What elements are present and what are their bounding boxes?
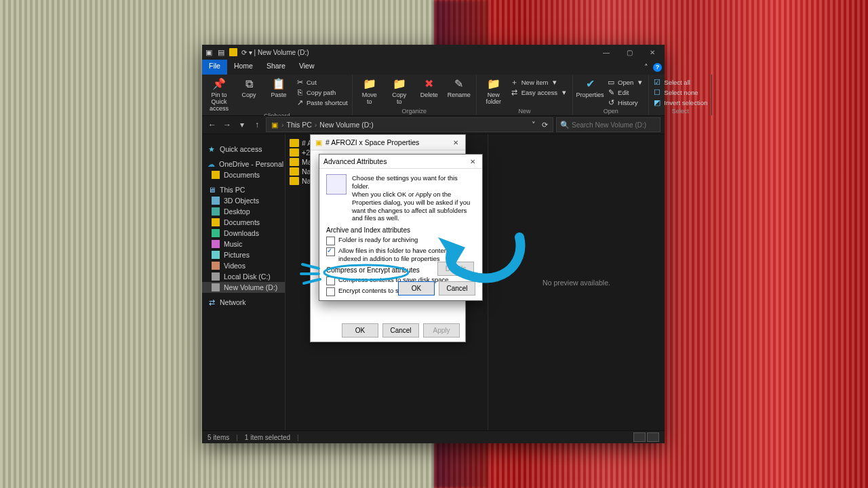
sidebar-item[interactable]: Videos bbox=[202, 260, 285, 271]
window-title: ⟳ ▾ | New Volume (D:) bbox=[241, 49, 593, 56]
ribbon-collapse-icon[interactable]: ˄ bbox=[641, 62, 652, 73]
sidebar-item-current[interactable]: New Volume (D:) bbox=[202, 282, 285, 293]
adv-ok-button[interactable]: OK bbox=[398, 281, 435, 296]
tab-share[interactable]: Share bbox=[260, 60, 292, 75]
properties-button[interactable]: ✔Properties bbox=[576, 76, 604, 99]
drive-icon bbox=[212, 283, 220, 291]
sidebar-thispc[interactable]: 🖥This PC bbox=[202, 184, 285, 195]
sidebar-item-documents[interactable]: Documents bbox=[202, 169, 285, 180]
checkbox-archive[interactable]: Folder is ready for archiving bbox=[326, 236, 475, 245]
tab-home[interactable]: Home bbox=[227, 60, 260, 75]
refresh-icon[interactable]: ⟳ bbox=[540, 121, 549, 129]
move-to-button[interactable]: 📁Move to bbox=[355, 76, 384, 106]
maximize-button[interactable]: ▢ bbox=[620, 46, 639, 58]
adv-cancel-button[interactable]: Cancel bbox=[439, 281, 475, 296]
selectnone-icon: ☐ bbox=[653, 88, 661, 96]
invert-selection-button[interactable]: ◩Invert selection bbox=[652, 98, 709, 107]
back-button[interactable]: ← bbox=[206, 119, 218, 131]
search-placeholder: Search New Volume (D:) bbox=[572, 121, 646, 129]
tab-view[interactable]: View bbox=[292, 60, 321, 75]
crumb-volume[interactable]: New Volume (D:) bbox=[319, 121, 373, 129]
paste-button[interactable]: 📋Paste bbox=[264, 76, 293, 99]
copy-path-button[interactable]: ⎘Copy path bbox=[294, 87, 349, 97]
folder-icon bbox=[290, 167, 299, 176]
rename-button[interactable]: ✎Rename bbox=[445, 76, 473, 99]
edit-icon: ✎ bbox=[607, 88, 615, 96]
drive-icon bbox=[212, 272, 220, 281]
videos-icon bbox=[212, 262, 220, 270]
group-open-label: Open bbox=[604, 108, 618, 115]
select-none-button[interactable]: ☐Select none bbox=[652, 87, 709, 97]
properties-title: # AFROZI x Space Properties bbox=[326, 138, 448, 146]
selectall-icon: ☑ bbox=[653, 78, 661, 86]
up-button[interactable]: ↑ bbox=[251, 119, 263, 131]
pin-icon: 📌 bbox=[212, 77, 226, 91]
checkbox-icon bbox=[326, 277, 335, 285]
invert-icon: ◩ bbox=[653, 98, 661, 106]
sidebar-onedrive[interactable]: ☁OneDrive - Personal bbox=[202, 159, 285, 169]
new-folder-button[interactable]: 📁New folder bbox=[479, 76, 508, 106]
sidebar-item[interactable]: Downloads bbox=[202, 228, 285, 239]
search-input[interactable]: 🔍 Search New Volume (D:) bbox=[556, 117, 660, 132]
easy-icon: ⇄ bbox=[511, 88, 519, 96]
cut-icon: ✂ bbox=[296, 78, 304, 86]
moveto-icon: 📁 bbox=[363, 77, 376, 91]
cut-button[interactable]: ✂Cut bbox=[294, 77, 349, 87]
open-button[interactable]: ▭Open▾ bbox=[606, 77, 646, 87]
view-large-button[interactable] bbox=[647, 432, 659, 442]
cloud-icon: ☁ bbox=[208, 160, 215, 168]
paste-shortcut-button[interactable]: ↗Paste shortcut bbox=[294, 98, 349, 107]
tab-file[interactable]: File bbox=[202, 60, 227, 75]
status-count: 5 items bbox=[208, 434, 229, 441]
desktop-icon bbox=[212, 207, 220, 216]
select-all-button[interactable]: ☑Select all bbox=[652, 77, 709, 87]
props-ok-button[interactable]: OK bbox=[342, 323, 378, 338]
props-cancel-button[interactable]: Cancel bbox=[382, 323, 419, 338]
history-button[interactable]: ↺History bbox=[606, 98, 646, 107]
easy-access-button[interactable]: ⇄Easy access▾ bbox=[509, 87, 570, 97]
search-icon: 🔍 bbox=[561, 121, 569, 129]
chevron-down-icon[interactable]: ˅ bbox=[530, 121, 538, 129]
delete-button[interactable]: ✖Delete bbox=[415, 76, 443, 99]
pin-quick-access-button[interactable]: 📌Pin to Quick access bbox=[205, 76, 233, 113]
adv-intro1: Choose the settings you want for this fo… bbox=[352, 174, 475, 190]
address-bar: ← → ▾ ↑ ▣ › This PC › New Volume (D:) ˅ … bbox=[202, 116, 665, 134]
minimize-button[interactable]: — bbox=[597, 46, 616, 58]
close-icon[interactable]: ✕ bbox=[450, 139, 461, 146]
close-button[interactable]: ✕ bbox=[643, 46, 662, 58]
sidebar-item[interactable]: Pictures bbox=[202, 249, 285, 260]
sidebar-item[interactable]: 3D Objects bbox=[202, 195, 285, 206]
view-details-button[interactable] bbox=[633, 432, 646, 442]
edit-button[interactable]: ✎Edit bbox=[606, 87, 646, 97]
recent-button[interactable]: ▾ bbox=[236, 119, 248, 131]
help-icon[interactable]: ? bbox=[653, 63, 662, 72]
open-icon: ▭ bbox=[607, 78, 615, 86]
close-icon[interactable]: ✕ bbox=[467, 158, 478, 165]
copyto-icon: 📁 bbox=[393, 77, 406, 91]
props-apply-button[interactable]: Apply bbox=[423, 323, 460, 338]
forward-button[interactable]: → bbox=[221, 119, 233, 131]
sidebar-quick-access[interactable]: ★Quick access bbox=[202, 144, 285, 155]
titlebar[interactable]: ▣ ▤ ⟳ ▾ | New Volume (D:) — ▢ ✕ bbox=[202, 45, 665, 60]
folder-icon: ▣ bbox=[315, 138, 323, 146]
sidebar-item[interactable]: Desktop bbox=[202, 206, 285, 217]
sidebar-item[interactable]: Documents bbox=[202, 217, 285, 228]
sidebar-network[interactable]: ⇄Network bbox=[202, 297, 285, 308]
sidebar-item[interactable]: Local Disk (C:) bbox=[202, 271, 285, 282]
adv-intro2: When you click OK or Apply on the Proper… bbox=[352, 190, 475, 223]
properties-icon: ✔ bbox=[583, 77, 597, 91]
breadcrumb[interactable]: ▣ › This PC › New Volume (D:) ˅ ⟳ bbox=[266, 117, 553, 132]
crumb-thispc[interactable]: This PC bbox=[287, 121, 312, 129]
preview-pane: No preview available. bbox=[488, 134, 665, 430]
checkbox-index[interactable]: Allow files in this folder to have conte… bbox=[326, 247, 475, 262]
new-item-button[interactable]: ＋New item▾ bbox=[509, 77, 570, 87]
details-button[interactable]: Details bbox=[437, 262, 474, 276]
sidebar-item[interactable]: Music bbox=[202, 239, 285, 249]
navigation-pane[interactable]: ★Quick access ☁OneDrive - Personal Docum… bbox=[202, 134, 285, 430]
advanced-attributes-dialog[interactable]: Advanced Attributes ✕ Choose the setting… bbox=[319, 154, 483, 301]
adv-title: Advanced Attributes bbox=[323, 157, 467, 165]
paste-icon: 📋 bbox=[272, 77, 285, 91]
copy-icon: ⧉ bbox=[242, 77, 256, 91]
copy-to-button[interactable]: 📁Copy to bbox=[385, 76, 414, 106]
copy-button[interactable]: ⧉Copy bbox=[235, 76, 263, 99]
